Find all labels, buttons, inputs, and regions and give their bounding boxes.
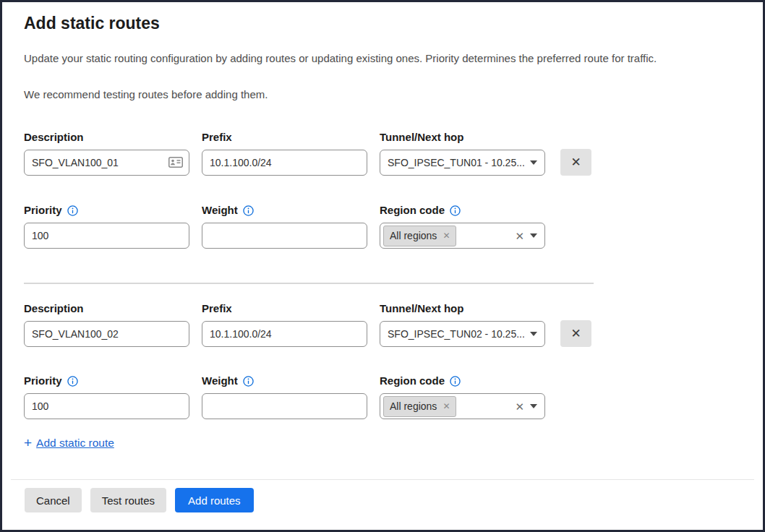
route-1-priority-input[interactable] [24,223,189,249]
route-2-priority-field: Priority [24,374,189,419]
tunnel-selected-value: SFO_IPSEC_TUN02 - 10.25... [388,328,524,340]
caret-down-icon [530,233,537,238]
region-chip: All regions ✕ [383,226,456,246]
caret-down-icon [530,160,537,165]
route-entry-divider [24,283,594,284]
tunnel-selected-value: SFO_IPSEC_TUN01 - 10.25... [388,157,524,168]
region-chip-label: All regions [390,400,437,412]
prefix-label: Prefix [202,130,367,145]
info-icon[interactable] [450,376,461,387]
route-1-tunnel-select[interactable]: SFO_IPSEC_TUN01 - 10.25... [380,150,545,176]
info-icon[interactable] [67,376,78,387]
route-1-main-row: Description Prefix Tunnel/Next ho [24,130,741,176]
caret-down-icon [530,404,537,408]
chip-remove-icon[interactable]: ✕ [443,402,450,411]
region-chip-label: All regions [390,230,437,241]
description-label: Description [24,130,189,145]
add-routes-button[interactable]: Add routes [175,488,254,512]
priority-label: Priority [24,374,189,388]
add-static-routes-dialog: Add static routes Update your static rou… [2,2,763,450]
route-2-tunnel-field: Tunnel/Next hop SFO_IPSEC_TUN02 - 10.25.… [380,301,545,347]
route-2-description-field: Description [24,301,189,347]
page-title: Add static routes [24,12,741,34]
contact-card-icon [168,157,183,171]
route-1-weight-input[interactable] [202,223,367,249]
chip-remove-icon[interactable]: ✕ [443,231,450,240]
region-chip: All regions ✕ [383,396,456,417]
info-icon[interactable] [450,205,461,216]
info-icon[interactable] [243,205,254,216]
clear-selection-icon[interactable]: ✕ [515,231,524,241]
route-2-prefix-field: Prefix [202,301,367,347]
test-routes-button[interactable]: Test routes [90,488,166,512]
dialog-intro-text: Update your static routing configuration… [24,51,741,66]
route-1-prefix-field: Prefix [202,130,367,176]
route-2-weight-field: Weight [202,374,367,419]
priority-label: Priority [24,203,189,218]
route-2-main-row: Description Prefix Tunnel/Next hop SFO_I… [24,301,741,347]
route-1-tunnel-field: Tunnel/Next hop SFO_IPSEC_TUN01 - 10.25.… [380,130,545,176]
info-icon[interactable] [243,376,254,387]
tunnel-next-hop-label: Tunnel/Next hop [380,130,545,145]
close-icon: ✕ [570,155,581,170]
route-2-delete-button[interactable]: ✕ [560,320,591,347]
route-1-description-input[interactable] [24,150,189,176]
clear-selection-icon[interactable]: ✕ [515,401,524,412]
region-code-label: Region code [380,374,545,388]
weight-label: Weight [202,203,367,218]
footer-divider [11,479,754,480]
route-2-priority-input[interactable] [24,393,189,419]
weight-label: Weight [202,374,367,388]
route-1-delete-button[interactable]: ✕ [560,149,591,176]
route-1-description-field: Description [24,130,189,176]
route-2-weight-input[interactable] [202,393,367,419]
route-2-options-row: Priority Weight [24,374,741,419]
description-label: Description [24,301,189,316]
route-2-tunnel-select[interactable]: SFO_IPSEC_TUN02 - 10.25... [380,321,545,347]
add-static-route-link[interactable]: + Add static route [24,436,114,450]
route-2-region-field: Region code All regions ✕ ✕ [380,374,545,419]
add-static-route-label: Add static route [36,437,114,450]
footer-actions: Cancel Test routes Add routes [25,488,763,512]
prefix-label: Prefix [202,301,367,316]
region-code-label: Region code [380,203,545,218]
route-1-options-row: Priority Weight [24,203,741,249]
route-2-region-select[interactable]: All regions ✕ ✕ [380,393,545,419]
close-icon: ✕ [570,326,581,341]
route-2-prefix-input[interactable] [202,321,367,347]
plus-icon: + [24,436,32,450]
route-1-weight-field: Weight [202,203,367,249]
route-1-region-field: Region code All regions ✕ ✕ [380,203,545,249]
route-2-description-input[interactable] [24,321,189,347]
cancel-button[interactable]: Cancel [25,488,82,512]
route-1-prefix-input[interactable] [202,150,367,176]
info-icon[interactable] [67,205,78,216]
caret-down-icon [530,332,537,336]
route-1-region-select[interactable]: All regions ✕ ✕ [380,223,545,249]
tunnel-next-hop-label: Tunnel/Next hop [380,301,545,316]
dialog-note-text: We recommend testing routes before addin… [24,87,741,102]
route-1-priority-field: Priority [24,203,189,249]
